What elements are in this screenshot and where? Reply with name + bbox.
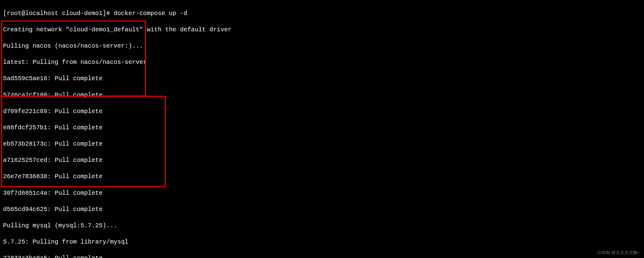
output-line: d565cd94c625: Pull complete: [3, 205, 641, 214]
output-line: Creating network "cloud-demo1_default" w…: [3, 26, 641, 34]
output-line: Pulling mysql (mysql:5.7.25)...: [3, 222, 641, 230]
output-line: 5.7.25: Pulling from library/mysql: [3, 238, 641, 246]
output-line: eb573b28173c: Pull complete: [3, 140, 641, 148]
output-line: latest: Pulling from nacos/nacos-server: [3, 58, 641, 67]
output-line: a71625257ced: Pull complete: [3, 156, 641, 165]
watermark-text: CSDN @大大大大物~: [598, 250, 640, 256]
output-line: 5746ca7cf180: Pull complete: [3, 91, 641, 100]
output-line: e88fdcf257b1: Pull complete: [3, 124, 641, 132]
output-line: 26e7e7836838: Pull complete: [3, 173, 641, 181]
terminal-output: [root@localhost cloud-demo1]# docker-com…: [0, 0, 644, 258]
output-line: d709fe221c89: Pull complete: [3, 108, 641, 116]
output-line: Pulling nacos (nacos/nacos-server:)...: [3, 42, 641, 50]
prompt-line: [root@localhost cloud-demo1]# docker-com…: [3, 10, 641, 18]
output-line: 27833a3ba0a5: Pull complete: [3, 254, 641, 258]
output-line: 5ad559c5ae16: Pull complete: [3, 75, 641, 83]
output-line: 30f7d6851c4a: Pull complete: [3, 189, 641, 197]
